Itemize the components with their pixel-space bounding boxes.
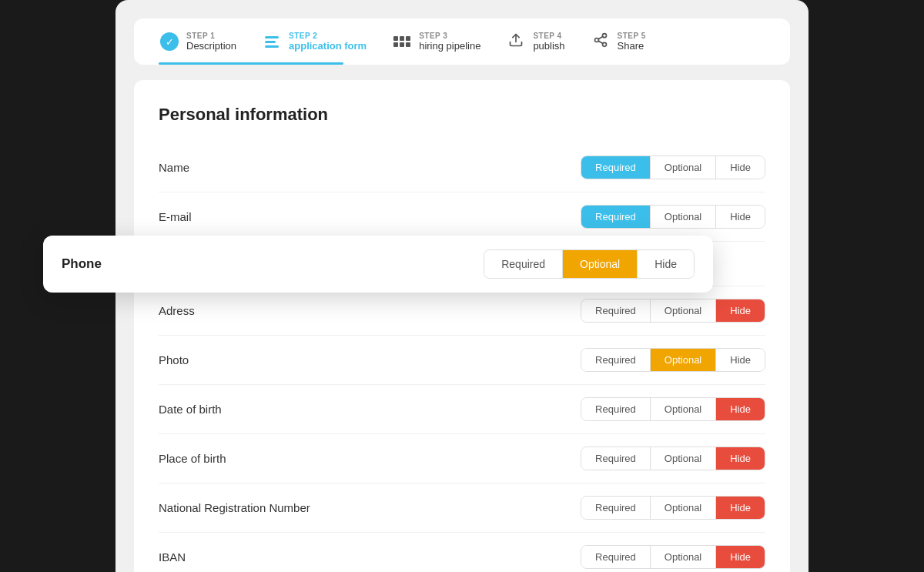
outer-container: ✓ STEP 1 Description STEP 2 application … — [116, 0, 808, 572]
field-row-photo: Photo Required Optional Hide — [159, 336, 765, 385]
field-label-phone: Phone — [62, 256, 102, 272]
step-3[interactable]: STEP 3 hiring pipeline — [391, 31, 480, 52]
toggle-required-email[interactable]: Required — [581, 206, 651, 228]
field-label-email: E-mail — [159, 210, 192, 223]
toggle-group-address: Required Optional Hide — [581, 299, 765, 323]
toggle-group-name: Required Optional Hide — [581, 156, 765, 179]
step-1[interactable]: ✓ STEP 1 Description — [159, 31, 236, 52]
toggle-optional-photo[interactable]: Optional — [651, 349, 716, 371]
step-4-icon — [505, 31, 527, 52]
field-row-phone: Phone Required Optional Hide — [43, 236, 713, 293]
share-icon — [593, 32, 608, 51]
field-label-name: Name — [159, 161, 189, 174]
field-label-dob: Date of birth — [159, 403, 222, 416]
toggle-group-nrn: Required Optional Hide — [581, 496, 765, 520]
step-3-icon — [391, 31, 413, 52]
field-label-nrn: National Registration Number — [159, 501, 310, 514]
toggle-hide-address[interactable]: Hide — [716, 299, 765, 322]
toggle-hide-iban[interactable]: Hide — [716, 546, 765, 568]
progress-line — [159, 62, 343, 65]
toggle-hide-dob[interactable]: Hide — [716, 398, 765, 420]
toggle-optional-address[interactable]: Optional — [651, 299, 716, 322]
toggle-group-pob: Required Optional Hide — [581, 447, 765, 470]
toggle-required-dob[interactable]: Required — [581, 398, 651, 420]
toggle-group-phone: Required Optional Hide — [484, 249, 695, 279]
step-5[interactable]: STEP 5 Share — [590, 31, 646, 52]
toggle-group-dob: Required Optional Hide — [581, 397, 765, 421]
toggle-optional-nrn[interactable]: Optional — [651, 497, 716, 519]
toggle-hide-phone[interactable]: Hide — [638, 250, 694, 278]
step-1-name: Description — [186, 40, 236, 52]
toggle-required-nrn[interactable]: Required — [581, 497, 651, 519]
toggle-optional-dob[interactable]: Optional — [651, 398, 716, 420]
toggle-required-phone[interactable]: Required — [484, 250, 563, 278]
svg-line-5 — [598, 36, 603, 38]
field-row-phone-spacer: Phone Required Optional Hide — [159, 242, 765, 286]
step-4[interactable]: STEP 4 publish — [505, 31, 564, 52]
toggle-optional-iban[interactable]: Optional — [651, 546, 716, 568]
field-row-name: Name Required Optional Hide — [159, 143, 765, 192]
field-row-address: Adress Required Optional Hide — [159, 286, 765, 336]
toggle-required-address[interactable]: Required — [581, 299, 651, 322]
step-3-label: STEP 3 — [419, 32, 480, 40]
field-row-nrn: National Registration Number Required Op… — [159, 483, 765, 533]
svg-line-4 — [598, 41, 603, 43]
field-label-iban: IBAN — [159, 550, 186, 564]
toggle-group-photo: Required Optional Hide — [581, 348, 765, 372]
step-2-label: STEP 2 — [289, 32, 367, 40]
toggle-hide-name[interactable]: Hide — [716, 156, 765, 179]
step-4-name: publish — [533, 40, 564, 52]
steps-bar: ✓ STEP 1 Description STEP 2 application … — [134, 18, 790, 65]
field-label-photo: Photo — [159, 353, 189, 366]
toggle-optional-phone[interactable]: Optional — [563, 250, 638, 278]
step-4-label: STEP 4 — [533, 32, 564, 40]
main-content: Personal information Name Required Optio… — [134, 80, 790, 572]
toggle-hide-photo[interactable]: Hide — [716, 349, 765, 371]
toggle-optional-email[interactable]: Optional — [651, 206, 716, 228]
toggle-hide-nrn[interactable]: Hide — [716, 497, 765, 519]
toggle-required-iban[interactable]: Required — [581, 546, 651, 568]
check-circle-icon: ✓ — [160, 32, 179, 51]
section-title: Personal information — [159, 105, 765, 125]
toggle-required-pob[interactable]: Required — [581, 447, 651, 470]
toggle-group-iban: Required Optional Hide — [581, 545, 765, 569]
field-row-iban: IBAN Required Optional Hide — [159, 533, 765, 572]
field-row-pob: Place of birth Required Optional Hide — [159, 434, 765, 483]
step-1-label: STEP 1 — [186, 32, 236, 40]
toggle-optional-name[interactable]: Optional — [651, 156, 716, 179]
step-2-name: application form — [289, 40, 367, 52]
toggle-hide-pob[interactable]: Hide — [716, 447, 765, 470]
step-2[interactable]: STEP 2 application form — [261, 31, 367, 52]
field-row-dob: Date of birth Required Optional Hide — [159, 385, 765, 434]
step-2-icon — [261, 31, 283, 52]
step-5-label: STEP 5 — [618, 32, 646, 40]
step-1-icon: ✓ — [159, 31, 180, 52]
toggle-required-photo[interactable]: Required — [581, 349, 651, 371]
step-5-name: Share — [618, 40, 646, 52]
toggle-hide-email[interactable]: Hide — [716, 206, 765, 228]
toggle-group-email: Required Optional Hide — [581, 205, 765, 229]
step-5-icon — [590, 31, 611, 52]
toggle-optional-pob[interactable]: Optional — [651, 447, 716, 470]
field-label-pob: Place of birth — [159, 452, 226, 465]
field-label-address: Adress — [159, 304, 195, 317]
upload-icon — [508, 32, 524, 51]
lines-icon — [265, 36, 279, 48]
toggle-required-name[interactable]: Required — [581, 156, 651, 179]
step-3-name: hiring pipeline — [419, 40, 480, 52]
grid-icon — [393, 36, 410, 47]
field-row-email: E-mail Required Optional Hide — [159, 192, 765, 242]
